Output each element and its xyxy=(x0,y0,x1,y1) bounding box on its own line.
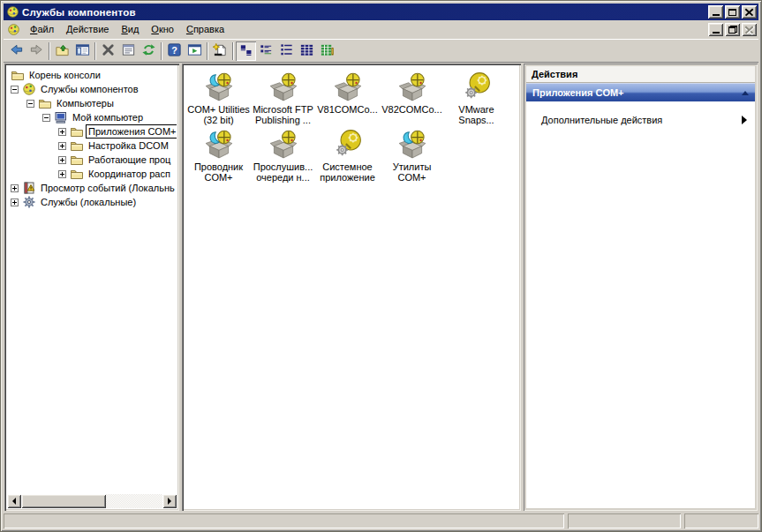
tree-item[interactable]: Настройка DCOM xyxy=(7,139,177,153)
com-application-item[interactable]: УтилитыCOM+ xyxy=(380,129,444,183)
help-icon: ? xyxy=(167,42,182,59)
tree-item[interactable]: Приложения COM+ xyxy=(7,124,177,139)
child-close-button[interactable] xyxy=(742,23,757,36)
menu-4[interactable]: Окно xyxy=(145,22,180,37)
menu-3[interactable]: Вид xyxy=(115,22,145,37)
back-button[interactable] xyxy=(6,41,26,61)
menu-1[interactable]: Файл xyxy=(24,22,60,37)
view-small-icon xyxy=(259,42,274,59)
tree-item[interactable]: Работающие проц xyxy=(7,153,177,167)
child-restore-button[interactable] xyxy=(725,23,740,36)
expand-icon[interactable] xyxy=(58,128,66,136)
com-application-item[interactable]: V82COMCo... xyxy=(380,71,444,125)
collapse-icon[interactable] xyxy=(42,114,50,122)
forward-icon xyxy=(29,42,44,59)
view-export-icon xyxy=(320,42,335,59)
tree-item[interactable]: Корень консоли xyxy=(7,68,177,82)
collapse-section-icon[interactable] xyxy=(742,87,749,95)
actions-section-header[interactable]: Приложения COM+ xyxy=(526,83,755,101)
refresh-button[interactable] xyxy=(139,41,159,61)
title-bar: Службы компонентов xyxy=(4,4,758,20)
minimize-button[interactable] xyxy=(708,5,723,19)
action-item-label: Дополнительные действия xyxy=(541,115,742,125)
up-one-level-button[interactable] xyxy=(52,41,72,61)
view-large-icon xyxy=(238,42,253,59)
tree-item[interactable]: Просмотр событий (Локальнь xyxy=(7,181,177,195)
action-item[interactable]: Дополнительные действия xyxy=(526,113,755,127)
tree-item[interactable]: Службы (локальные) xyxy=(7,195,177,209)
folder-icon xyxy=(70,153,84,167)
services-icon xyxy=(22,195,36,209)
view-list-icon xyxy=(279,42,294,59)
properties-button[interactable] xyxy=(118,41,139,61)
expand-icon[interactable] xyxy=(58,142,66,150)
export-list-button[interactable] xyxy=(317,41,337,61)
tree-item[interactable]: Мой компьютер xyxy=(7,110,177,124)
computer-icon xyxy=(54,110,68,124)
tree-item-label: Работающие проц xyxy=(87,154,172,166)
collapse-icon[interactable] xyxy=(11,86,19,94)
scrollbar-track[interactable] xyxy=(21,494,162,508)
child-minimize-button[interactable] xyxy=(708,23,723,36)
scrollbar-thumb[interactable] xyxy=(21,494,106,508)
scroll-right-button[interactable] xyxy=(162,494,177,508)
com-application-item[interactable]: VMwareSnaps... xyxy=(444,71,509,125)
svg-text:?: ? xyxy=(171,45,177,56)
folder-icon xyxy=(70,167,84,181)
tree-item[interactable]: Компьютеры xyxy=(7,96,177,110)
tree-item-label: Настройка DCOM xyxy=(87,139,170,152)
help-button[interactable]: ? xyxy=(164,41,185,61)
show-hide-action-pane-button[interactable] xyxy=(185,41,205,61)
expand-icon[interactable] xyxy=(11,199,19,206)
details-view-button[interactable] xyxy=(297,41,317,61)
collapse-icon[interactable] xyxy=(26,100,34,108)
submenu-arrow-icon xyxy=(742,116,751,124)
expand-icon[interactable] xyxy=(58,170,66,178)
actions-pane: Действия Приложения COM+ Дополнительные … xyxy=(524,64,758,511)
actions-section-label: Приложения COM+ xyxy=(532,87,742,98)
back-icon xyxy=(9,42,24,59)
com-ball-icon xyxy=(22,82,36,96)
tree-horizontal-scrollbar[interactable] xyxy=(7,494,177,508)
large-icons-view-button[interactable] xyxy=(236,41,256,61)
tree-item[interactable]: Координатор расп xyxy=(7,167,177,181)
com-application-item[interactable]: ПроводникCOM+ xyxy=(186,129,251,183)
com-application-item[interactable]: Microsoft FTPPublishing ... xyxy=(251,71,315,125)
menu-5[interactable]: Справка xyxy=(180,22,230,37)
com-application-item[interactable]: Системноеприложение xyxy=(315,129,380,183)
expand-icon[interactable] xyxy=(58,156,66,164)
status-pane xyxy=(684,513,758,528)
comapp-icon xyxy=(397,71,427,101)
toolbar-separator xyxy=(232,42,234,60)
delete-x-icon xyxy=(101,42,116,59)
comapp-icon xyxy=(268,71,298,101)
results-pane: COM+ Utilities(32 bit)Microsoft FTPPubli… xyxy=(182,64,521,511)
item-label: VMwareSnaps... xyxy=(458,104,494,125)
maximize-button[interactable] xyxy=(725,5,740,19)
expand-icon[interactable] xyxy=(11,184,19,192)
scroll-left-button[interactable] xyxy=(7,494,21,508)
item-label: Microsoft FTPPublishing ... xyxy=(253,104,313,125)
menu-2[interactable]: Действие xyxy=(60,22,115,37)
folder-icon xyxy=(70,139,84,153)
tree-item-label: Службы компонентов xyxy=(39,83,140,95)
com-application-item[interactable]: COM+ Utilities(32 bit) xyxy=(186,71,251,125)
com-application-item[interactable]: Прослушив...очереди н... xyxy=(251,129,315,183)
folder-icon xyxy=(38,96,52,110)
toolbar-separator xyxy=(161,42,162,60)
delete-button[interactable] xyxy=(98,41,118,61)
list-view-button[interactable] xyxy=(276,41,297,61)
menu-bar: ФайлДействиеВидОкноСправка xyxy=(4,20,758,39)
com-application-item[interactable]: V81COMCo... xyxy=(315,71,380,125)
show-hide-console-tree-button[interactable] xyxy=(72,41,93,61)
close-button[interactable] xyxy=(742,5,757,19)
comapp-moon-icon xyxy=(204,71,234,101)
tree-item-label: Просмотр событий (Локальнь xyxy=(39,182,177,194)
properties-icon xyxy=(121,42,136,59)
tree-item-label: Компьютеры xyxy=(55,97,116,109)
small-icons-view-button[interactable] xyxy=(256,41,276,61)
tree-item[interactable]: Службы компонентов xyxy=(7,82,177,96)
console-tree-pane: Корень консолиСлужбы компонентовКомпьюте… xyxy=(4,64,179,511)
forward-button[interactable] xyxy=(26,41,47,61)
new-item-button[interactable] xyxy=(210,41,230,61)
